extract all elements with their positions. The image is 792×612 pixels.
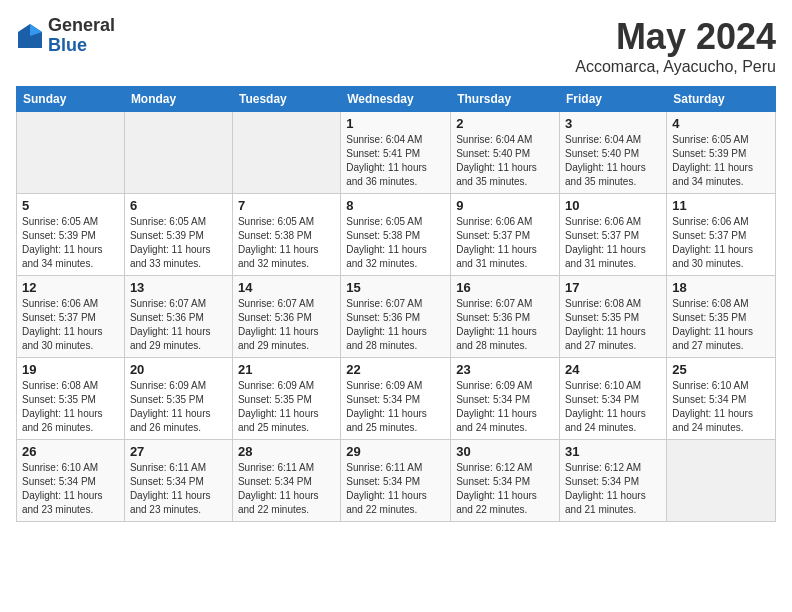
day-info: Sunrise: 6:06 AM Sunset: 5:37 PM Dayligh… [565, 215, 661, 271]
calendar-cell: 5Sunrise: 6:05 AM Sunset: 5:39 PM Daylig… [17, 194, 125, 276]
calendar-body: 1Sunrise: 6:04 AM Sunset: 5:41 PM Daylig… [17, 112, 776, 522]
logo-blue: Blue [48, 36, 115, 56]
day-number: 19 [22, 362, 119, 377]
day-number: 23 [456, 362, 554, 377]
calendar-cell: 22Sunrise: 6:09 AM Sunset: 5:34 PM Dayli… [341, 358, 451, 440]
header-day-friday: Friday [560, 87, 667, 112]
day-number: 22 [346, 362, 445, 377]
day-number: 8 [346, 198, 445, 213]
header-day-wednesday: Wednesday [341, 87, 451, 112]
calendar-cell: 18Sunrise: 6:08 AM Sunset: 5:35 PM Dayli… [667, 276, 776, 358]
day-info: Sunrise: 6:11 AM Sunset: 5:34 PM Dayligh… [346, 461, 445, 517]
calendar-cell: 25Sunrise: 6:10 AM Sunset: 5:34 PM Dayli… [667, 358, 776, 440]
day-number: 13 [130, 280, 227, 295]
day-info: Sunrise: 6:04 AM Sunset: 5:40 PM Dayligh… [565, 133, 661, 189]
day-number: 12 [22, 280, 119, 295]
day-number: 28 [238, 444, 335, 459]
calendar-cell: 21Sunrise: 6:09 AM Sunset: 5:35 PM Dayli… [232, 358, 340, 440]
calendar-cell: 17Sunrise: 6:08 AM Sunset: 5:35 PM Dayli… [560, 276, 667, 358]
calendar-cell [124, 112, 232, 194]
calendar-cell: 23Sunrise: 6:09 AM Sunset: 5:34 PM Dayli… [451, 358, 560, 440]
day-info: Sunrise: 6:06 AM Sunset: 5:37 PM Dayligh… [672, 215, 770, 271]
logo-general: General [48, 16, 115, 36]
day-info: Sunrise: 6:09 AM Sunset: 5:35 PM Dayligh… [238, 379, 335, 435]
title-block: May 2024 Accomarca, Ayacucho, Peru [575, 16, 776, 76]
day-info: Sunrise: 6:07 AM Sunset: 5:36 PM Dayligh… [238, 297, 335, 353]
day-number: 4 [672, 116, 770, 131]
calendar-cell: 9Sunrise: 6:06 AM Sunset: 5:37 PM Daylig… [451, 194, 560, 276]
day-info: Sunrise: 6:12 AM Sunset: 5:34 PM Dayligh… [456, 461, 554, 517]
calendar-week-4: 19Sunrise: 6:08 AM Sunset: 5:35 PM Dayli… [17, 358, 776, 440]
calendar-week-5: 26Sunrise: 6:10 AM Sunset: 5:34 PM Dayli… [17, 440, 776, 522]
logo-icon [16, 22, 44, 50]
calendar-week-1: 1Sunrise: 6:04 AM Sunset: 5:41 PM Daylig… [17, 112, 776, 194]
day-number: 10 [565, 198, 661, 213]
day-number: 2 [456, 116, 554, 131]
day-info: Sunrise: 6:10 AM Sunset: 5:34 PM Dayligh… [672, 379, 770, 435]
day-info: Sunrise: 6:11 AM Sunset: 5:34 PM Dayligh… [130, 461, 227, 517]
calendar-cell: 15Sunrise: 6:07 AM Sunset: 5:36 PM Dayli… [341, 276, 451, 358]
day-info: Sunrise: 6:09 AM Sunset: 5:34 PM Dayligh… [456, 379, 554, 435]
day-number: 6 [130, 198, 227, 213]
calendar-cell: 8Sunrise: 6:05 AM Sunset: 5:38 PM Daylig… [341, 194, 451, 276]
day-info: Sunrise: 6:06 AM Sunset: 5:37 PM Dayligh… [22, 297, 119, 353]
calendar-cell: 19Sunrise: 6:08 AM Sunset: 5:35 PM Dayli… [17, 358, 125, 440]
day-info: Sunrise: 6:07 AM Sunset: 5:36 PM Dayligh… [346, 297, 445, 353]
header-day-monday: Monday [124, 87, 232, 112]
calendar-cell: 30Sunrise: 6:12 AM Sunset: 5:34 PM Dayli… [451, 440, 560, 522]
day-info: Sunrise: 6:08 AM Sunset: 5:35 PM Dayligh… [672, 297, 770, 353]
day-info: Sunrise: 6:05 AM Sunset: 5:39 PM Dayligh… [22, 215, 119, 271]
page-header: General Blue May 2024 Accomarca, Ayacuch… [16, 16, 776, 76]
day-number: 31 [565, 444, 661, 459]
day-number: 30 [456, 444, 554, 459]
day-number: 26 [22, 444, 119, 459]
calendar-cell: 28Sunrise: 6:11 AM Sunset: 5:34 PM Dayli… [232, 440, 340, 522]
day-info: Sunrise: 6:07 AM Sunset: 5:36 PM Dayligh… [456, 297, 554, 353]
calendar-cell: 26Sunrise: 6:10 AM Sunset: 5:34 PM Dayli… [17, 440, 125, 522]
day-info: Sunrise: 6:09 AM Sunset: 5:34 PM Dayligh… [346, 379, 445, 435]
calendar-cell: 1Sunrise: 6:04 AM Sunset: 5:41 PM Daylig… [341, 112, 451, 194]
day-info: Sunrise: 6:11 AM Sunset: 5:34 PM Dayligh… [238, 461, 335, 517]
calendar-table: SundayMondayTuesdayWednesdayThursdayFrid… [16, 86, 776, 522]
calendar-cell: 10Sunrise: 6:06 AM Sunset: 5:37 PM Dayli… [560, 194, 667, 276]
day-number: 17 [565, 280, 661, 295]
calendar-cell [667, 440, 776, 522]
calendar-cell: 29Sunrise: 6:11 AM Sunset: 5:34 PM Dayli… [341, 440, 451, 522]
calendar-cell: 11Sunrise: 6:06 AM Sunset: 5:37 PM Dayli… [667, 194, 776, 276]
header-day-saturday: Saturday [667, 87, 776, 112]
day-number: 27 [130, 444, 227, 459]
day-info: Sunrise: 6:12 AM Sunset: 5:34 PM Dayligh… [565, 461, 661, 517]
day-info: Sunrise: 6:05 AM Sunset: 5:39 PM Dayligh… [672, 133, 770, 189]
header-day-thursday: Thursday [451, 87, 560, 112]
calendar-cell: 2Sunrise: 6:04 AM Sunset: 5:40 PM Daylig… [451, 112, 560, 194]
day-number: 15 [346, 280, 445, 295]
header-day-sunday: Sunday [17, 87, 125, 112]
day-info: Sunrise: 6:10 AM Sunset: 5:34 PM Dayligh… [22, 461, 119, 517]
day-number: 9 [456, 198, 554, 213]
day-info: Sunrise: 6:07 AM Sunset: 5:36 PM Dayligh… [130, 297, 227, 353]
day-number: 29 [346, 444, 445, 459]
day-number: 16 [456, 280, 554, 295]
calendar-cell: 27Sunrise: 6:11 AM Sunset: 5:34 PM Dayli… [124, 440, 232, 522]
day-info: Sunrise: 6:05 AM Sunset: 5:39 PM Dayligh… [130, 215, 227, 271]
day-info: Sunrise: 6:06 AM Sunset: 5:37 PM Dayligh… [456, 215, 554, 271]
calendar-cell: 6Sunrise: 6:05 AM Sunset: 5:39 PM Daylig… [124, 194, 232, 276]
calendar-cell [17, 112, 125, 194]
main-title: May 2024 [575, 16, 776, 58]
calendar-week-3: 12Sunrise: 6:06 AM Sunset: 5:37 PM Dayli… [17, 276, 776, 358]
day-number: 21 [238, 362, 335, 377]
calendar-header: SundayMondayTuesdayWednesdayThursdayFrid… [17, 87, 776, 112]
day-info: Sunrise: 6:10 AM Sunset: 5:34 PM Dayligh… [565, 379, 661, 435]
day-info: Sunrise: 6:05 AM Sunset: 5:38 PM Dayligh… [346, 215, 445, 271]
day-number: 14 [238, 280, 335, 295]
day-number: 3 [565, 116, 661, 131]
day-number: 1 [346, 116, 445, 131]
calendar-cell: 16Sunrise: 6:07 AM Sunset: 5:36 PM Dayli… [451, 276, 560, 358]
day-info: Sunrise: 6:04 AM Sunset: 5:41 PM Dayligh… [346, 133, 445, 189]
calendar-cell: 7Sunrise: 6:05 AM Sunset: 5:38 PM Daylig… [232, 194, 340, 276]
calendar-cell: 12Sunrise: 6:06 AM Sunset: 5:37 PM Dayli… [17, 276, 125, 358]
day-number: 20 [130, 362, 227, 377]
calendar-cell: 31Sunrise: 6:12 AM Sunset: 5:34 PM Dayli… [560, 440, 667, 522]
day-number: 18 [672, 280, 770, 295]
calendar-cell: 14Sunrise: 6:07 AM Sunset: 5:36 PM Dayli… [232, 276, 340, 358]
